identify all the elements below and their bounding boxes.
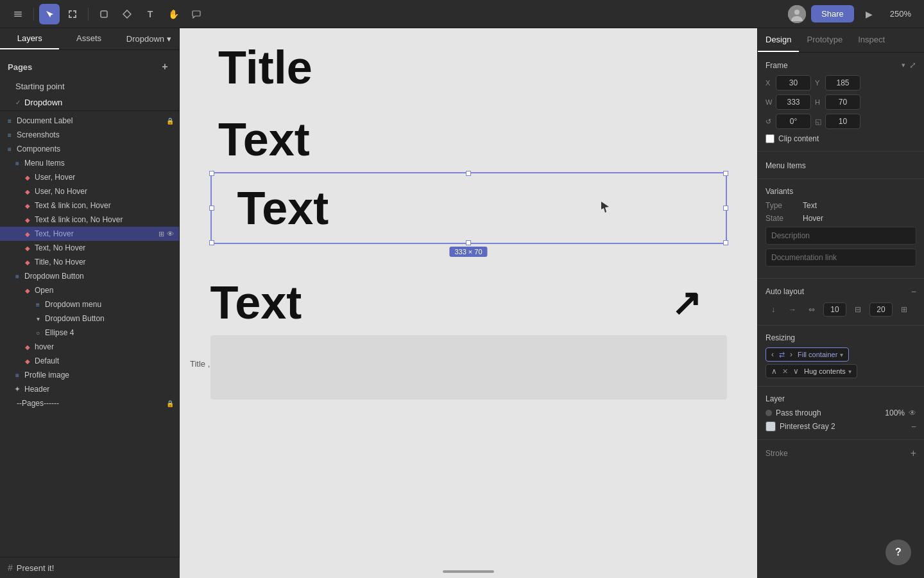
layer-name: Components (17, 144, 174, 153)
color-minus-button[interactable]: − (911, 421, 916, 432)
layer-hover[interactable]: ◆ hover (0, 340, 179, 354)
present-bar[interactable]: # Present it! (0, 557, 180, 578)
fill-container-button[interactable]: ‹ ⇄ › Fill container ▾ (766, 347, 849, 362)
tab-design[interactable]: Design (758, 28, 799, 52)
layer-open[interactable]: ◆ Open (0, 283, 179, 297)
size-badge: 333 × 70 (449, 247, 487, 257)
layer-pages-divider[interactable]: --Pages------ 🔒 (0, 396, 179, 410)
layer-components[interactable]: ≡ Components (0, 142, 179, 156)
resize-handle-ml[interactable] (209, 206, 214, 211)
play-button[interactable]: ▶ (859, 4, 880, 24)
pen-tool-button[interactable] (117, 4, 137, 24)
rotation-input[interactable] (776, 114, 811, 129)
tab-dropdown[interactable]: Dropdown ▾ (119, 28, 179, 49)
menu-icon-button[interactable] (8, 4, 28, 24)
layer-name: Header (24, 385, 174, 394)
comment-tool-button[interactable] (186, 4, 207, 24)
layer-user-hover[interactable]: ◆ User, Hover (0, 170, 179, 184)
h-input[interactable] (825, 94, 860, 110)
layer-panel-section: Layer Pass through 100% 👁 Pinterest Gray… (758, 387, 924, 440)
tab-assets[interactable]: Assets (59, 28, 118, 49)
align-content-button[interactable]: ⊞ (896, 302, 912, 317)
layer-name: Text & link icon, Hover (35, 201, 174, 210)
layer-menu-items[interactable]: ≡ Menu Items (0, 156, 179, 170)
tab-layers[interactable]: Layers (0, 28, 59, 49)
frame-tool-button[interactable] (62, 4, 83, 24)
hug-contents-button[interactable]: ∧ ✕ ∨ Hug contents ▾ (766, 364, 857, 378)
resize-handle-tr[interactable] (723, 171, 728, 176)
layer-title-no-hover[interactable]: ◆ Title, No Hover (0, 255, 179, 269)
hand-tool-button[interactable]: ✋ (163, 4, 184, 24)
blend-mode-label: Pass through (776, 408, 881, 417)
share-button[interactable]: Share (811, 5, 854, 22)
color-swatch (766, 421, 776, 432)
resize-handle-mr[interactable] (723, 206, 728, 211)
layer-text-link-no-hover[interactable]: ◆ Text & link icon, No Hover (0, 213, 179, 227)
clip-content-checkbox[interactable] (766, 134, 774, 143)
component-action-icon[interactable]: ⊞ (158, 230, 164, 238)
y-input[interactable] (825, 75, 860, 91)
align-down-button[interactable]: ↓ (766, 302, 781, 317)
visibility-toggle[interactable]: 👁 (909, 408, 916, 417)
align-right-button[interactable]: → (785, 302, 800, 317)
padding-input[interactable] (869, 302, 893, 317)
expand-icon[interactable]: ⤢ (909, 60, 916, 70)
eye-action-icon[interactable]: 👁 (167, 230, 174, 238)
tab-prototype[interactable]: Prototype (799, 28, 850, 52)
layer-dropdown-button-group[interactable]: ≡ Dropdown Button (0, 269, 179, 283)
shape-tool-button[interactable] (94, 4, 114, 24)
page-active-chevron: ✓ (15, 99, 21, 106)
auto-layout-controls: ↓ → ⇔ ⊟ ⊞ (766, 302, 916, 317)
lock-icon: 🔒 (166, 400, 174, 407)
stroke-add-button[interactable]: + (911, 448, 916, 459)
layer-profile-image[interactable]: ≡ Profile image (0, 368, 179, 382)
layer-default[interactable]: ◆ Default (0, 354, 179, 368)
layer-user-no-hover[interactable]: ◆ User, No Hover (0, 184, 179, 198)
svg-rect-7 (69, 10, 70, 13)
chevron-down-icon: ▾ (902, 61, 905, 69)
w-label: W (766, 98, 773, 106)
corner-input[interactable] (825, 114, 860, 129)
selected-frame[interactable]: Text 333 × 70 (210, 172, 727, 244)
layer-dropdown-menu[interactable]: ≡ Dropdown menu (0, 297, 179, 311)
layer-text-hover[interactable]: ◆ Text, Hover ⊞ 👁 (0, 227, 179, 241)
lock-icon: 🔒 (166, 118, 174, 125)
description-input[interactable] (766, 227, 916, 245)
canvas-area[interactable]: Title , Hover Title Text (180, 28, 757, 578)
canvas-scroll-container: Title Text Text (180, 28, 757, 578)
layer-header[interactable]: ✦ Header (0, 382, 179, 396)
move-tool-button[interactable] (39, 4, 60, 24)
layer-name: Default (35, 356, 174, 365)
add-page-button[interactable]: + (158, 60, 171, 73)
auto-layout-minus-button[interactable]: − (911, 286, 916, 297)
layer-text-no-hover[interactable]: ◆ Text, No Hover (0, 241, 179, 255)
resize-handle-bm[interactable] (466, 240, 471, 245)
layer-dropdown-button-sub[interactable]: ▾ Dropdown Button (0, 311, 179, 326)
canvas-text-row-3: Text ↗ (210, 276, 727, 329)
zoom-indicator[interactable]: 250% (885, 6, 916, 21)
layer-name: Dropdown Button (45, 314, 174, 323)
doc-link-input[interactable] (766, 249, 916, 267)
layer-document-label[interactable]: ≡ Document Label 🔒 (0, 114, 179, 128)
page-item-dropdown[interactable]: ✓ Dropdown (0, 94, 179, 110)
page-item-starting-point[interactable]: Starting point (0, 78, 179, 94)
layer-text-link-hover[interactable]: ◆ Text & link icon, Hover (0, 198, 179, 213)
resize-handle-br[interactable] (723, 240, 728, 245)
resize-handle-bl[interactable] (209, 240, 214, 245)
layer-screenshots[interactable]: ≡ Screenshots (0, 128, 179, 142)
canvas-scrollbar[interactable] (443, 570, 494, 573)
resize-handle-tl[interactable] (209, 171, 214, 176)
layer-name: User, Hover (35, 173, 174, 182)
tab-inspect[interactable]: Inspect (850, 28, 893, 52)
spacing-button[interactable]: ⇔ (804, 302, 819, 317)
chevron-icon: ▾ (33, 314, 42, 323)
x-input[interactable] (776, 75, 811, 91)
text-tool-button[interactable]: T (140, 4, 160, 24)
gap-input[interactable] (823, 302, 846, 317)
resize-handle-tm[interactable] (466, 171, 471, 176)
canvas-title-row: Title (218, 41, 312, 94)
svg-point-13 (794, 10, 800, 15)
layer-ellipse-4[interactable]: ○ Ellipse 4 (0, 326, 179, 340)
w-input[interactable] (776, 94, 811, 110)
help-button[interactable]: ? (886, 539, 911, 565)
